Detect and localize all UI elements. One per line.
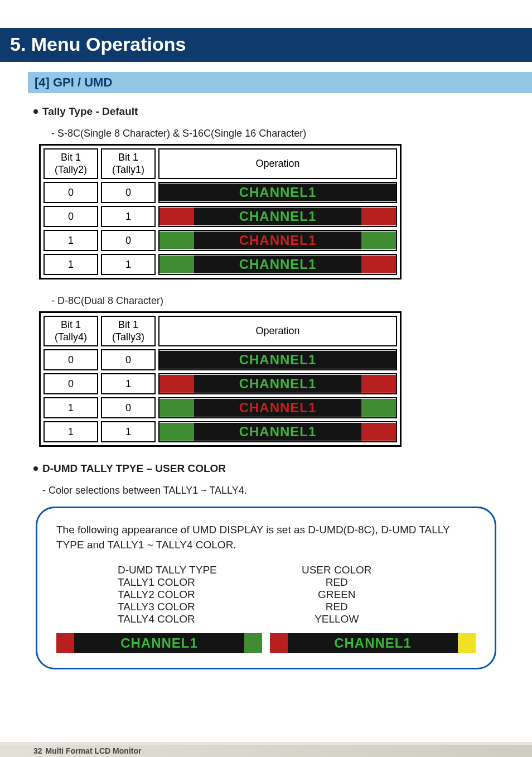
table-header: Bit 1 (Tally4) (43, 316, 98, 346)
tally-right (361, 232, 396, 249)
channel-strip: CHANNEL1 (159, 184, 396, 201)
channel-label: CHANNEL1 (120, 635, 198, 651)
tally-left (56, 633, 74, 653)
subnote-d8c: - D-8C(Dual 8 Character) (51, 295, 499, 307)
tally-left (159, 399, 194, 417)
table-row: 1 1 CHANNEL1 (43, 421, 397, 442)
table-row: 1 1 CHANNEL1 (43, 254, 397, 275)
bullet-user-color: D-UMD TALLY TPYE – USER COLOR (33, 462, 499, 475)
footer-title: Multi Format LCD Monitor (46, 746, 142, 755)
bullet-icon (33, 466, 38, 471)
channel-strip: CHANNEL1 (159, 255, 396, 273)
subnote-s8c: - S-8C(Single 8 Character) & S-16C(Singl… (51, 128, 499, 139)
table-header: Bit 1 (Tally3) (101, 316, 156, 346)
tally-left (159, 184, 194, 201)
tally-left (159, 255, 194, 273)
channel-strip: CHANNEL1 (56, 633, 262, 653)
tally-right (361, 184, 396, 201)
table-row: 0 0 CHANNEL1 (43, 349, 397, 370)
tally-right (361, 399, 396, 417)
tally-right (361, 375, 396, 393)
tally-left (159, 208, 194, 225)
bullet-tally-type: Tally Type - Default (33, 105, 499, 118)
tally-right (361, 423, 396, 441)
table-row: 0 0 CHANNEL1 (43, 182, 397, 203)
channel-strip: CHANNEL1 (159, 208, 396, 225)
channel-strip: CHANNEL1 (159, 351, 396, 369)
table-row: 0 1 CHANNEL1 (43, 206, 397, 227)
table-row: 1 0 CHANNEL1 (43, 397, 397, 418)
channel-label: CHANNEL1 (239, 400, 317, 416)
tally-right (361, 255, 396, 273)
table-header: Operation (158, 148, 397, 179)
page-body: 5. Menu Operations [4] GPI / UMD Tally T… (0, 0, 532, 742)
tally-left (159, 375, 194, 393)
channel-strip: CHANNEL1 (159, 399, 396, 417)
info-callout: The following appearance of UMD DISPLAY … (36, 507, 496, 669)
info-text: The following appearance of UMD DISPLAY … (56, 523, 476, 552)
tally-table-1: Bit 1 (Tally2) Bit 1 (Tally1) Operation … (39, 144, 402, 279)
channel-strip: CHANNEL1 (159, 375, 396, 393)
page-footer: 32 Multi Format LCD Monitor (0, 745, 532, 757)
tally-left (159, 423, 194, 441)
page-number: 32 (33, 746, 42, 755)
table-header: Bit 1 (Tally1) (101, 148, 156, 179)
bullet-user-color-label: D-UMD TALLY TPYE – USER COLOR (42, 462, 226, 475)
table-header: Operation (158, 316, 397, 346)
tally-left (159, 232, 194, 249)
bullet-icon (33, 109, 38, 114)
channel-label: CHANNEL1 (239, 424, 317, 440)
channel-label: CHANNEL1 (239, 352, 317, 368)
tally-left (270, 633, 288, 653)
subnote-colorsel: - Color selections between TALLY1 ~ TALL… (42, 485, 499, 496)
channel-label: CHANNEL1 (334, 635, 412, 651)
channel-label: CHANNEL1 (239, 233, 317, 248)
channel-label: CHANNEL1 (239, 257, 317, 272)
tally-table-2: Bit 1 (Tally4) Bit 1 (Tally3) Operation … (39, 311, 402, 447)
channel-label: CHANNEL1 (239, 209, 317, 224)
tally-right (361, 208, 396, 225)
dual-strip-row: CHANNEL1 CHANNEL1 (56, 633, 476, 653)
info-columns: D-UMD TALLY TYPE TALLY1 COLOR TALLY2 COL… (118, 564, 476, 625)
channel-strip: CHANNEL1 (159, 232, 396, 249)
section-heading: [4] GPI / UMD (28, 72, 532, 93)
table-header: Bit 1 (Tally2) (43, 148, 98, 179)
chapter-heading: 5. Menu Operations (0, 28, 532, 62)
info-col-labels: D-UMD TALLY TYPE TALLY1 COLOR TALLY2 COL… (118, 564, 217, 625)
channel-strip: CHANNEL1 (159, 423, 396, 441)
table-row: 1 0 CHANNEL1 (43, 230, 397, 251)
tally-right (244, 633, 262, 653)
info-col-values: USER COLOR RED GREEN RED YELLOW (295, 564, 379, 625)
tally-right (361, 351, 396, 369)
table-row: 0 1 CHANNEL1 (43, 373, 397, 394)
tally-right (458, 633, 476, 653)
bullet-tally-type-label: Tally Type - Default (42, 105, 138, 118)
tally-left (159, 351, 194, 369)
channel-label: CHANNEL1 (239, 376, 317, 392)
channel-strip: CHANNEL1 (270, 633, 476, 653)
channel-label: CHANNEL1 (239, 185, 317, 200)
